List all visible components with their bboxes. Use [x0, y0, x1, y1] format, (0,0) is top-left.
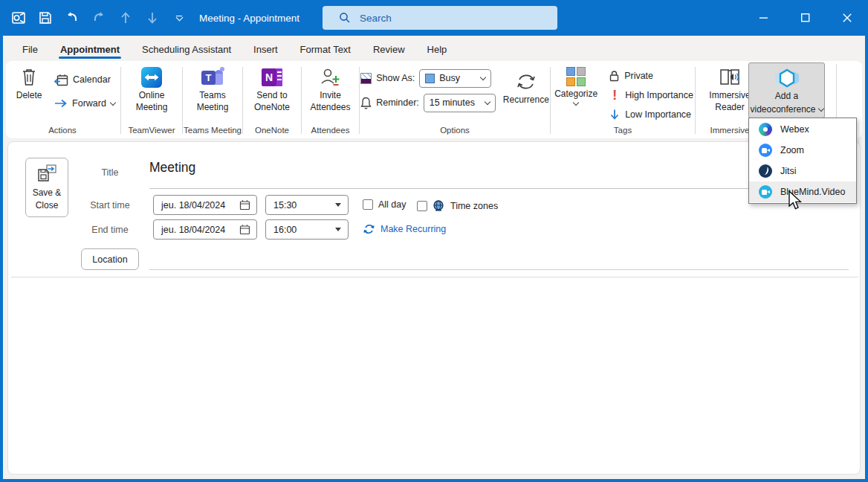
group-actions: Delete Calendar Forward Actions	[6, 64, 119, 138]
dropdown-arrow-icon	[335, 228, 341, 231]
make-recurring-button[interactable]: Make Recurring	[363, 223, 446, 235]
end-time-picker[interactable]: 16:00	[265, 219, 349, 240]
all-day-checkbox[interactable]: All day	[363, 199, 407, 210]
close-button[interactable]	[826, 0, 868, 36]
tab-appointment[interactable]: Appointment	[51, 39, 129, 61]
group-separator	[242, 67, 243, 134]
show-as-icon	[360, 73, 372, 84]
outlook-app-icon[interactable]	[9, 8, 28, 28]
tab-scheduling-assistant[interactable]: Scheduling Assistant	[133, 39, 240, 61]
reminder-select[interactable]: 15 minutes	[424, 94, 496, 112]
redo-icon[interactable]	[89, 8, 108, 28]
group-onenote: N Send to OneNote OneNote	[244, 64, 299, 138]
teams-icon: T	[201, 67, 224, 88]
time-zones-checkbox[interactable]: Time zones	[417, 199, 498, 212]
jitsi-icon	[759, 164, 772, 178]
delete-button[interactable]: Delete	[10, 64, 48, 102]
group-separator	[120, 67, 121, 134]
teams-meeting-button[interactable]: T Teams Meeting	[187, 64, 239, 113]
calendar-icon	[54, 74, 68, 86]
calendar-button[interactable]: Calendar	[54, 70, 115, 89]
recurrence-icon	[514, 71, 538, 92]
immersive-reader-icon	[718, 67, 742, 88]
start-time-picker[interactable]: 15:30	[265, 195, 349, 215]
chevron-down-icon	[573, 99, 579, 105]
save-icon[interactable]	[36, 8, 55, 28]
tab-review[interactable]: Review	[364, 39, 414, 61]
private-button[interactable]: Private	[609, 66, 693, 86]
show-as-row: Show As: Busy	[360, 68, 496, 88]
forward-arrow-icon	[54, 99, 68, 108]
undo-icon[interactable]	[62, 8, 82, 28]
webex-icon	[759, 123, 772, 136]
title-field[interactable]: Meeting	[149, 160, 195, 176]
end-date-picker[interactable]: jeu. 18/04/2024	[153, 219, 257, 240]
search-placeholder: Search	[360, 13, 392, 24]
end-time-label: End time	[74, 225, 146, 235]
checkbox-icon	[417, 201, 427, 211]
dropdown-arrow-icon	[335, 203, 341, 207]
zoom-icon	[759, 144, 772, 157]
group-separator	[359, 67, 360, 134]
title-bar: Meeting - Appointment Search	[0, 0, 868, 36]
move-down-icon[interactable]	[143, 8, 162, 28]
reminder-row: Reminder: 15 minutes	[360, 93, 496, 112]
group-attendees: Invite Attendees Attendees	[303, 64, 357, 138]
tab-format-text[interactable]: Format Text	[291, 39, 360, 61]
lock-icon	[609, 70, 620, 82]
start-time-label: Start time	[74, 200, 146, 211]
add-videoconference-button[interactable]: Add a videoconference	[748, 62, 825, 118]
trash-icon	[20, 67, 38, 88]
window-controls	[743, 0, 868, 36]
send-to-onenote-button[interactable]: N Send to OneNote	[247, 64, 297, 113]
save-and-close-button[interactable]: Save & Close	[25, 158, 68, 217]
quick-access-toolbar	[0, 8, 189, 28]
categorize-button[interactable]: Categorize	[552, 64, 600, 105]
menu-item-jitsi[interactable]: Jitsi	[749, 161, 856, 181]
low-importance-icon	[609, 109, 621, 120]
group-separator	[695, 67, 696, 134]
group-teamviewer: Online Meeting TeamViewer	[123, 64, 181, 138]
chevron-down-icon	[480, 74, 486, 80]
onenote-icon: N	[261, 67, 283, 88]
high-importance-icon: !	[609, 87, 621, 103]
categorize-icon	[566, 67, 586, 86]
teamviewer-icon	[141, 67, 162, 88]
customize-toolbar-icon[interactable]	[169, 8, 189, 28]
recurrence-button[interactable]: Recurrence	[503, 68, 549, 106]
minimize-button[interactable]	[743, 0, 785, 36]
maximize-button[interactable]	[785, 0, 826, 36]
show-as-select[interactable]: Busy	[419, 69, 491, 88]
group-separator	[182, 67, 183, 134]
tab-insert[interactable]: Insert	[244, 39, 287, 61]
bluemind-video-icon	[759, 185, 772, 199]
group-separator	[550, 67, 551, 134]
menu-item-bluemind-video[interactable]: BlueMind.Video	[749, 181, 856, 202]
invite-attendees-button[interactable]: Invite Attendees	[305, 64, 356, 113]
tab-file[interactable]: File	[13, 39, 47, 61]
title-label: Title	[74, 167, 146, 178]
menu-item-zoom[interactable]: Zoom	[749, 140, 856, 161]
save-close-icon	[36, 164, 57, 183]
location-button[interactable]: Location	[81, 248, 139, 270]
appointment-form: Save & Close Title Meeting Start time je…	[7, 141, 861, 475]
search-input[interactable]: Search	[323, 6, 557, 30]
start-date-picker[interactable]: jeu. 18/04/2024	[153, 195, 257, 215]
tab-help[interactable]: Help	[418, 39, 456, 61]
calendar-picker-icon	[239, 199, 250, 211]
busy-color-swatch	[425, 74, 435, 83]
low-importance-button[interactable]: Low Importance	[609, 105, 693, 124]
move-up-icon[interactable]	[116, 8, 135, 28]
ribbon: Delete Calendar Forward Actions	[6, 61, 862, 138]
high-importance-button[interactable]: ! High Importance	[609, 86, 693, 105]
online-meeting-button[interactable]: Online Meeting	[125, 64, 178, 113]
forward-button[interactable]: Forward	[54, 94, 115, 113]
menu-item-webex[interactable]: Webex	[749, 119, 856, 140]
window-title: Meeting - Appointment	[199, 13, 299, 24]
appointment-body[interactable]	[11, 277, 858, 471]
videoconference-menu: Webex Zoom Jitsi BlueMind.Video	[748, 118, 857, 204]
title-underline	[149, 188, 849, 189]
calendar-picker-icon	[239, 224, 250, 235]
search-icon	[339, 12, 351, 24]
group-separator	[301, 67, 302, 134]
